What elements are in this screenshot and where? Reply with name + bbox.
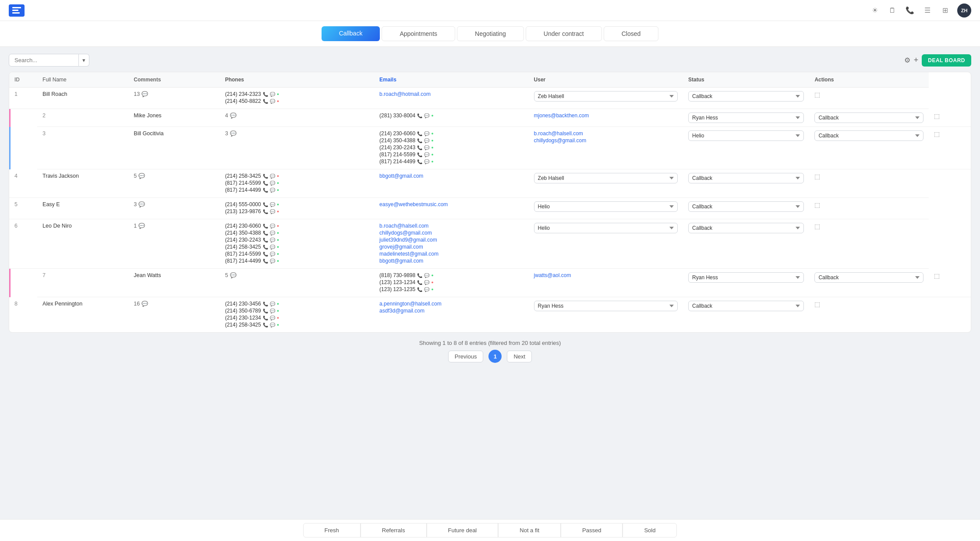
phone-call-icon[interactable]: 📞	[417, 273, 422, 278]
chat-icon[interactable]: ●	[431, 287, 433, 292]
sun-icon[interactable]: ☀	[870, 5, 880, 16]
chat-icon[interactable]: ●	[277, 202, 279, 207]
status-select[interactable]: CallbackAppointmentsNegotiatingUnder con…	[814, 112, 923, 123]
sms-icon[interactable]: 💬	[424, 273, 429, 278]
comment-icon[interactable]: 💬	[138, 173, 145, 179]
status-select[interactable]: CallbackAppointmentsNegotiatingUnder con…	[814, 272, 923, 283]
comment-icon[interactable]: 💬	[230, 130, 237, 137]
phone-call-icon[interactable]: 📞	[263, 245, 268, 249]
chat-icon[interactable]: ●	[277, 188, 279, 192]
user-select[interactable]: Zeb HalsellRyan HessHelio	[534, 301, 678, 311]
chat-icon[interactable]: ●	[277, 224, 279, 228]
sms-icon[interactable]: 💬	[270, 209, 275, 214]
sms-icon[interactable]: 💬	[424, 113, 429, 118]
phone-call-icon[interactable]: 📞	[263, 238, 268, 242]
notes-icon[interactable]: 🗒	[887, 5, 898, 16]
sms-icon[interactable]: 💬	[424, 145, 429, 150]
user-select[interactable]: Zeb HalsellRyan HessHelio	[688, 272, 804, 283]
chat-icon[interactable]: ●	[277, 181, 279, 185]
open-record-button[interactable]: ⬚	[934, 272, 940, 279]
phone-call-icon[interactable]: 📞	[263, 92, 268, 97]
sms-icon[interactable]: 💬	[424, 287, 429, 292]
chat-icon[interactable]: ●	[277, 238, 279, 242]
phone-call-icon[interactable]: 📞	[263, 181, 268, 186]
sms-icon[interactable]: 💬	[270, 309, 275, 313]
chat-icon[interactable]: ●	[277, 209, 279, 214]
phone-call-icon[interactable]: 📞	[263, 174, 268, 179]
open-record-button[interactable]: ⬚	[814, 301, 820, 308]
status-select[interactable]: CallbackAppointmentsNegotiatingUnder con…	[688, 173, 804, 183]
open-record-button[interactable]: ⬚	[934, 130, 940, 137]
open-record-button[interactable]: ⬚	[814, 223, 820, 230]
chat-icon[interactable]: ●	[277, 99, 279, 103]
phone-call-icon[interactable]: 📞	[263, 224, 268, 228]
avatar[interactable]: ZH	[957, 4, 971, 18]
user-select[interactable]: Zeb HalsellRyan HessHelio	[688, 112, 804, 123]
chat-icon[interactable]: ●	[431, 159, 433, 164]
chat-icon[interactable]: ●	[277, 174, 279, 178]
chat-icon[interactable]: ●	[431, 113, 433, 118]
sms-icon[interactable]: 💬	[270, 174, 275, 179]
sms-icon[interactable]: 💬	[270, 202, 275, 207]
comment-icon[interactable]: 💬	[142, 91, 148, 97]
filter-icon[interactable]: ⚙	[904, 56, 910, 64]
phone-call-icon[interactable]: 📞	[263, 259, 268, 263]
chat-icon[interactable]: ●	[277, 245, 279, 249]
phone-icon[interactable]: 📞	[905, 5, 915, 16]
comment-icon[interactable]: 💬	[230, 112, 237, 119]
comment-icon[interactable]: 💬	[142, 301, 148, 307]
chat-icon[interactable]: ●	[277, 309, 279, 313]
phone-call-icon[interactable]: 📞	[263, 309, 268, 313]
menu-icon[interactable]: ☰	[922, 5, 933, 16]
sms-icon[interactable]: 💬	[424, 159, 429, 164]
sms-icon[interactable]: 💬	[270, 245, 275, 249]
chat-icon[interactable]: ●	[431, 152, 433, 157]
grid-icon[interactable]: ⊞	[940, 5, 950, 16]
phone-call-icon[interactable]: 📞	[417, 113, 422, 118]
status-select[interactable]: CallbackAppointmentsNegotiatingUnder con…	[688, 201, 804, 212]
comment-icon[interactable]: 💬	[230, 272, 237, 278]
sms-icon[interactable]: 💬	[270, 181, 275, 186]
user-select[interactable]: Zeb HalsellRyan HessHelio	[534, 91, 678, 102]
sms-icon[interactable]: 💬	[270, 252, 275, 256]
search-dropdown-button[interactable]: ▾	[79, 54, 89, 67]
sms-icon[interactable]: 💬	[270, 302, 275, 306]
chat-icon[interactable]: ●	[277, 92, 279, 96]
phone-call-icon[interactable]: 📞	[263, 209, 268, 214]
comment-icon[interactable]: 💬	[138, 223, 145, 229]
sms-icon[interactable]: 💬	[424, 152, 429, 157]
user-select[interactable]: Zeb HalsellRyan HessHelio	[534, 223, 678, 233]
comment-icon[interactable]: 💬	[138, 201, 145, 207]
tab-appointments[interactable]: Appointments	[382, 26, 455, 41]
user-select[interactable]: Zeb HalsellRyan HessHelio	[534, 173, 678, 183]
next-page-button[interactable]: Next	[507, 351, 532, 362]
phone-call-icon[interactable]: 📞	[263, 252, 268, 256]
sms-icon[interactable]: 💬	[270, 224, 275, 228]
current-page-number[interactable]: 1	[488, 350, 502, 363]
chat-icon[interactable]: ●	[431, 145, 433, 150]
phone-call-icon[interactable]: 📞	[417, 138, 422, 143]
phone-call-icon[interactable]: 📞	[417, 145, 422, 150]
chat-icon[interactable]: ●	[277, 252, 279, 256]
tab-negotiating[interactable]: Negotiating	[457, 26, 524, 41]
chat-icon[interactable]: ●	[277, 323, 279, 327]
phone-call-icon[interactable]: 📞	[263, 188, 268, 193]
sms-icon[interactable]: 💬	[424, 280, 429, 285]
chat-icon[interactable]: ●	[431, 273, 433, 278]
sms-icon[interactable]: 💬	[424, 138, 429, 143]
chat-icon[interactable]: ●	[431, 138, 433, 143]
phone-call-icon[interactable]: 📞	[417, 152, 422, 157]
phone-call-icon[interactable]: 📞	[263, 316, 268, 320]
chat-icon[interactable]: ●	[431, 280, 433, 285]
sms-icon[interactable]: 💬	[270, 188, 275, 193]
chat-icon[interactable]: ●	[431, 131, 433, 136]
chat-icon[interactable]: ●	[277, 259, 279, 263]
open-record-button[interactable]: ⬚	[814, 91, 820, 98]
sms-icon[interactable]: 💬	[270, 316, 275, 320]
search-input[interactable]	[9, 54, 79, 67]
phone-call-icon[interactable]: 📞	[263, 302, 268, 306]
add-icon[interactable]: +	[914, 56, 919, 65]
status-select[interactable]: CallbackAppointmentsNegotiatingUnder con…	[688, 301, 804, 311]
open-record-button[interactable]: ⬚	[814, 201, 820, 208]
sms-icon[interactable]: 💬	[270, 99, 275, 104]
